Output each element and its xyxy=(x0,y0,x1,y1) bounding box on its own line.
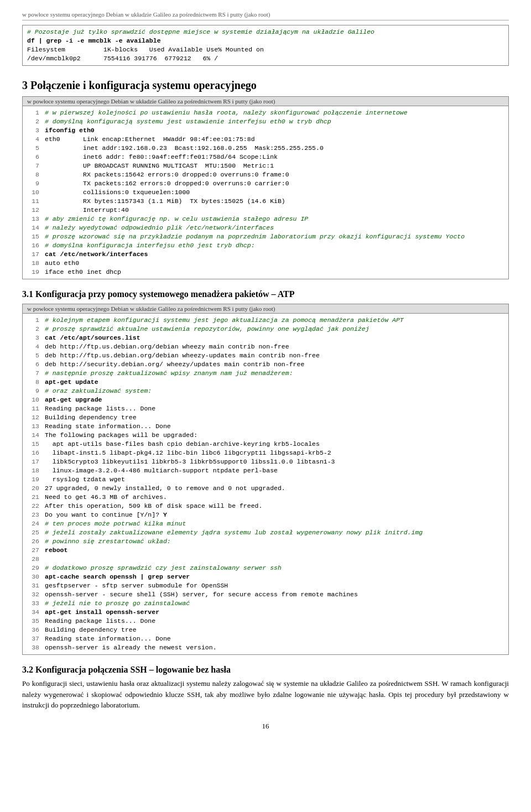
code-line: 22After this operation, 509 kB of disk s… xyxy=(27,502,504,511)
code-line: 28 xyxy=(27,555,504,564)
code-line: 2# domyślną konfiguracją systemu jest us… xyxy=(27,117,504,126)
code-line: 3ifconfig eth0 xyxy=(27,126,504,135)
section3-2-title: 3.2 Konfiguracja połączenia SSH – logowa… xyxy=(22,665,509,675)
code-line: 5 inet addr:192.168.0.23 Bcast:192.168.0… xyxy=(27,144,504,153)
code-line: df | grep -i -e mmcblk -e available xyxy=(27,37,504,45)
section3-title: 3 Połączenie i konfiguracja systemu oper… xyxy=(22,79,509,92)
intro-code-body: # Pozostaje już tylko sprawdzić dostępne… xyxy=(23,25,508,65)
code-line: 1# w pierwszej kolejności po ustawieniu … xyxy=(27,108,504,117)
code-line: 33# jeżeli nie to proszę go zainstalować xyxy=(27,599,504,608)
code-line: 19 rsyslog tzdata wget xyxy=(27,475,504,484)
code-line: 25# jeżeli zostały zaktualizowane elemen… xyxy=(27,528,504,537)
code-line: 13Reading state information... Done xyxy=(27,422,504,431)
section3-1-code-block: w powłoce systemu operacyjnego Debian w … xyxy=(22,304,509,655)
code-line: 8 RX packets:15642 errors:0 dropped:0 ov… xyxy=(27,170,504,179)
code-line: 9 TX packets:162 errors:0 dropped:0 over… xyxy=(27,179,504,188)
code-line: 12 Interrupt:40 xyxy=(27,206,504,215)
code-line: 4eth0 Link encap:Ethernet HWaddr 98:4f:e… xyxy=(27,135,504,144)
code-line: 24# ten proces może potrwać kilka minut xyxy=(27,519,504,528)
code-line: 10apt-get upgrade xyxy=(27,395,504,404)
code-line: 13# aby zmienić tę konfigurację np. w ce… xyxy=(27,215,504,223)
code-line: 14# należy wyedytować odpowiednio plik /… xyxy=(27,223,504,232)
section3-code-body: 1# w pierwszej kolejności po ustawieniu … xyxy=(23,106,508,279)
code-line: 10 collisions:0 txqueuelen:1000 xyxy=(27,188,504,197)
code-line: 27reboot xyxy=(27,546,504,555)
code-line: # Pozostaje już tylko sprawdzić dostępne… xyxy=(27,28,504,37)
code-line: 16 libapt-inst1.5 libapt-pkg4.12 libc-bi… xyxy=(27,449,504,457)
code-line: 26# powinno się zrestartować układ: xyxy=(27,537,504,546)
code-line: 17cat /etc/network/interfaces xyxy=(27,250,504,259)
code-line: 1# kolejnym etapem konfiguracji systemu … xyxy=(27,316,504,325)
code-line: 3cat /etc/apt/sources.list xyxy=(27,334,504,342)
code-line: 37Reading state information... Done xyxy=(27,634,504,643)
code-line: 32openssh-server - secure shell (SSH) se… xyxy=(27,590,504,599)
code-content: # Pozostaje już tylko sprawdzić dostępne… xyxy=(27,28,504,37)
code-line: 15 apt apt-utils base-files bash cpio de… xyxy=(27,440,504,449)
intro-code-block: # Pozostaje już tylko sprawdzić dostępne… xyxy=(22,25,509,66)
code-line: 9# oraz zaktualizować system: xyxy=(27,387,504,395)
code-line: 23Do you want to continue [Y/n]? Y xyxy=(27,511,504,519)
code-line: 11Reading package lists... Done xyxy=(27,404,504,413)
code-line: 4deb http://ftp.us.debian.org/debian whe… xyxy=(27,342,504,351)
code-line: 2027 upgraded, 0 newly installed, 0 to r… xyxy=(27,484,504,493)
code-line: 29# dodatkowo proszę sprawdzić czy jest … xyxy=(27,564,504,572)
code-content: df | grep -i -e mmcblk -e available xyxy=(27,37,504,45)
page-content: w powłoce systemu operacyjnego Debian w … xyxy=(22,11,509,731)
section3-1-title: 3.1 Konfiguracja przy pomocy systemowego… xyxy=(22,289,509,299)
code-line: 7# następnie proszę zaktualizować wpisy … xyxy=(27,369,504,378)
section3-code-header: w powłoce systemu operacyjnego Debian w … xyxy=(23,97,508,106)
code-line: 11 RX bytes:1157343 (1.1 MiB) TX bytes:1… xyxy=(27,197,504,206)
code-line: 7 UP BROADCAST RUNNING MULTICAST MTU:150… xyxy=(27,162,504,170)
code-line: 8apt-get update xyxy=(27,378,504,387)
code-content: /dev/mmcblk0p2 7554116 391776 6779212 6%… xyxy=(27,54,504,63)
code-line: 35Reading package lists... Done xyxy=(27,617,504,626)
code-line: 18 linux-image-3.2.0-4-486 multiarch-sup… xyxy=(27,466,504,475)
code-line: 36Building dependency tree xyxy=(27,626,504,634)
code-line: 18auto eth0 xyxy=(27,259,504,268)
section3-2-body: Po konfiguracji sieci, ustawieniu hasła … xyxy=(22,678,509,711)
code-line: 17 libk5crypto3 libkeyutils1 libkrb5-3 l… xyxy=(27,457,504,466)
header-left: w powłoce systemu operacyjnego Debian w … xyxy=(22,11,270,18)
code-line: /dev/mmcblk0p2 7554116 391776 6779212 6%… xyxy=(27,54,504,63)
code-line: 6 inet6 addr: fe80::9a4f:eeff:fe01:758d/… xyxy=(27,153,504,162)
code-line: 16# domyślna konfiguracja interfejsu eth… xyxy=(27,241,504,250)
section3-1-code-header: w powłoce systemu operacyjnego Debian w … xyxy=(23,304,508,314)
code-content: Filesystem 1K-blocks Used Available Use%… xyxy=(27,45,504,54)
code-line: 5deb http://ftp.us.debian.org/debian whe… xyxy=(27,351,504,360)
section3-code-block: w powłoce systemu operacyjnego Debian w … xyxy=(22,96,509,279)
code-line: 12Building dependency tree xyxy=(27,413,504,422)
section3-1-code-body: 1# kolejnym etapem konfiguracji systemu … xyxy=(23,314,508,654)
page-header: w powłoce systemu operacyjnego Debian w … xyxy=(22,11,509,20)
page-number: 16 xyxy=(22,722,509,731)
code-line: 34apt-get install openssh-server xyxy=(27,608,504,617)
code-line: 21Need to get 46.3 MB of archives. xyxy=(27,493,504,502)
code-line: 38openssh-server is already the newest v… xyxy=(27,643,504,652)
code-line: 15# proszę wzorować się na przykładzie p… xyxy=(27,232,504,241)
code-line: 14The following packages will be upgrade… xyxy=(27,431,504,440)
code-line: 31gesftpserver - sftp server submodule f… xyxy=(27,581,504,590)
code-line: Filesystem 1K-blocks Used Available Use%… xyxy=(27,45,504,54)
code-line: 19iface eth0 inet dhcp xyxy=(27,268,504,277)
code-line: 6deb http://security.debian.org/ wheezy/… xyxy=(27,360,504,369)
code-line: 30apt-cache search openssh | grep server xyxy=(27,572,504,581)
code-line: 2# proszę sprawdzić aktualne ustawienia … xyxy=(27,325,504,334)
